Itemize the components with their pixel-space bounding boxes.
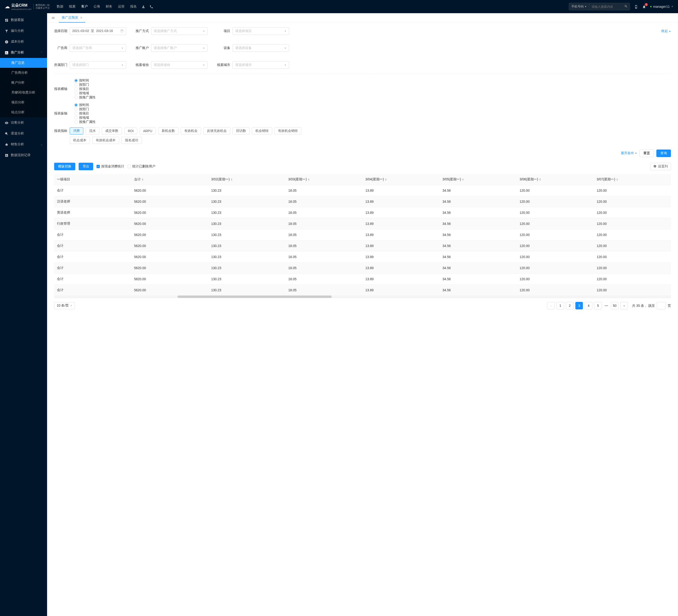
sidebar-sub-item[interactable]: 广告商分析 (0, 68, 47, 78)
metric-tag[interactable]: 机会成本 (70, 137, 90, 144)
mobile-icon[interactable] (634, 4, 638, 9)
topnav-item[interactable]: 客户 (81, 4, 88, 9)
sidebar-sub-item[interactable]: 推广总览 (0, 58, 47, 68)
radio-option[interactable]: 按时间 (74, 103, 96, 107)
sidebar-item[interactable]: 推广分析⌃ (0, 47, 47, 58)
metric-tag[interactable]: 消费 (70, 128, 83, 135)
next-page-button[interactable]: › (620, 302, 628, 310)
sort-icon[interactable]: ▲▼ (308, 178, 310, 181)
select-device[interactable]: 请选择设备▼ (233, 44, 289, 52)
export-button[interactable]: 导出 (79, 163, 93, 170)
sidebar-sub-item[interactable]: 站点分析 (0, 107, 47, 117)
radio-option[interactable]: 按地域 (74, 116, 96, 120)
metric-tag[interactable]: 回访数 (233, 128, 250, 135)
metric-tag[interactable]: 新机会数 (158, 128, 179, 135)
sort-icon[interactable]: ▲▼ (385, 178, 387, 181)
date-range-input[interactable]: 2021-03-02 至 2021-03-16 (70, 27, 126, 35)
sidebar-item[interactable]: 访客分析 (0, 117, 47, 128)
select-province[interactable]: 请选择省份▼ (151, 61, 208, 69)
expand-conditions-link[interactable]: 展开条件 ▼ (621, 151, 637, 155)
checkbox-cash-consumption[interactable]: ✓按现金消费统计 (97, 165, 124, 169)
bell-icon[interactable]: 5 (642, 4, 646, 9)
radio-option[interactable]: 按部门 (74, 83, 96, 87)
sort-icon[interactable]: ▲▼ (616, 178, 618, 181)
radio-option[interactable]: 按时间 (74, 78, 96, 83)
column-header[interactable]: 合计▲▼ (131, 174, 209, 185)
page-button[interactable]: 1 (557, 302, 564, 310)
collapse-filters-link[interactable]: 收起 ▲ (661, 27, 671, 35)
sort-icon[interactable]: ▲▼ (539, 178, 541, 181)
prev-page-button[interactable]: ‹ (547, 302, 555, 310)
logo[interactable]: ☁ 云朵CRM www.yunduocrm.com 教育机构一站 式服务云平台 (5, 3, 50, 10)
metric-tag[interactable]: 有效机会成本 (92, 137, 119, 144)
metric-tag[interactable]: 反馈无效机会 (203, 128, 230, 135)
metric-tag[interactable]: 有效机会销转 (274, 128, 301, 135)
last-page-button[interactable]: 50 (611, 302, 618, 310)
radio-option[interactable]: 按地域 (74, 91, 96, 95)
metric-tag[interactable]: 有效机会 (181, 128, 201, 135)
sort-icon[interactable]: ▲▼ (142, 178, 144, 181)
metric-tag[interactable]: 成交单数 (102, 128, 122, 135)
sort-icon[interactable]: ▲▼ (231, 178, 233, 181)
topnav-item[interactable]: 运营 (118, 4, 124, 9)
topnav-item[interactable]: 线索 (69, 4, 76, 9)
sidebar-item[interactable]: 数据流转记录 (0, 150, 47, 160)
sort-icon[interactable]: ▲▼ (462, 178, 464, 181)
page-button[interactable]: 4 (585, 302, 592, 310)
query-button[interactable]: 查询 (656, 149, 671, 157)
sidebar-sub-item[interactable]: 账户分析 (0, 78, 47, 87)
topnav-item[interactable]: 报名 (130, 4, 137, 9)
page-button[interactable]: 5 (594, 302, 602, 310)
user-icon[interactable] (142, 4, 145, 9)
page-button[interactable]: 2 (566, 302, 573, 310)
sidebar-item[interactable]: 数据看版 (0, 14, 47, 26)
topnav-item[interactable]: 财务 (106, 4, 112, 9)
radio-option[interactable]: 按推广属性 (74, 120, 96, 124)
user-menu[interactable]: manager11 ▼ (650, 5, 673, 8)
topnav-item[interactable]: 数据 (57, 4, 63, 9)
column-header[interactable]: 3/03(星期一)▲▼ (286, 174, 363, 185)
horizontal-scrollbar[interactable] (54, 295, 671, 298)
radio-option[interactable]: 按部门 (74, 107, 96, 111)
search-type-select[interactable]: 手机号码 ▼ (569, 3, 589, 10)
close-icon[interactable]: ✕ (80, 16, 82, 19)
metric-tag[interactable]: ARPU (140, 128, 156, 134)
column-header[interactable]: 一级项目 (54, 174, 131, 185)
tab-promotion-overview[interactable]: 推广总预览 ✕ (59, 13, 85, 23)
radio-option[interactable]: 按项目 (74, 111, 96, 116)
radio-option[interactable]: 按推广属性 (74, 95, 96, 100)
switch-axis-button[interactable]: 横纵切换 (54, 163, 75, 170)
select-method[interactable]: 请选择推广方式▼ (151, 27, 208, 35)
metric-tag[interactable]: 报名成功 (121, 137, 142, 144)
radio-option[interactable]: 按项目 (74, 87, 96, 91)
column-header[interactable]: 3/06(星期一)▲▼ (517, 174, 594, 185)
sidebar-item[interactable]: 销售分析⌄ (0, 139, 47, 150)
sidebar-item[interactable]: 漏斗分析 (0, 26, 47, 36)
set-columns-button[interactable]: 设置列 (650, 163, 671, 170)
sidebar-item[interactable]: 成本分析 (0, 36, 47, 47)
metric-tag[interactable]: ROI (124, 128, 137, 134)
metric-tag[interactable]: 流水 (86, 128, 99, 135)
topnav-item[interactable]: 公海 (93, 4, 100, 9)
select-advertiser[interactable]: 请选择广告商▼ (70, 44, 126, 52)
column-header[interactable]: 3/07(星期一)▲▼ (594, 174, 671, 185)
sidebar-sub-item[interactable]: 关键词/创意分析 (0, 87, 47, 98)
column-header[interactable]: 3/05(星期一)▲▼ (440, 174, 517, 185)
reset-button[interactable]: 重置 (639, 149, 654, 157)
select-dept[interactable]: 请选择部门▼ (70, 61, 126, 69)
search-icon[interactable] (622, 5, 630, 9)
select-account[interactable]: 请选择推广账户▼ (151, 44, 208, 52)
column-header[interactable]: 3/04(星期一)▲▼ (363, 174, 440, 185)
select-city[interactable]: 请选择城市▼ (233, 61, 289, 69)
menu-collapse-icon[interactable] (49, 16, 57, 20)
checkbox-deleted-users[interactable]: 统计已删除用户 (127, 165, 155, 169)
search-input[interactable] (589, 5, 622, 8)
sidebar-sub-item[interactable]: 项目分析 (0, 98, 47, 107)
jump-page-input[interactable] (657, 302, 666, 310)
metric-tag[interactable]: 机会销转 (252, 128, 272, 135)
sidebar-item[interactable]: 渠道分析 (0, 128, 47, 139)
select-project[interactable]: 请选择项目▼ (233, 27, 289, 35)
page-button[interactable]: 3 (575, 302, 583, 310)
column-header[interactable]: 3/02(星期一)▲▼ (209, 174, 286, 185)
page-size-select[interactable]: 10 条/页 ▼ (54, 302, 75, 309)
